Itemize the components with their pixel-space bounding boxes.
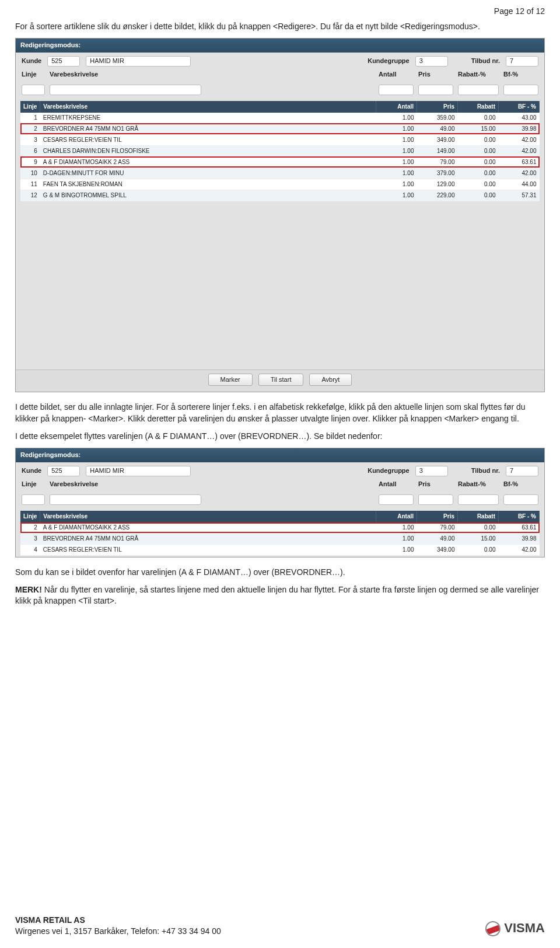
- paragraph-2: I dette bildet, ser du alle innlagte lin…: [15, 402, 545, 424]
- varebeskrivelse-label: Varebeskrivelse: [50, 70, 184, 79]
- page-header: Page 12 of 12: [0, 0, 560, 18]
- tilbudnr-label: Tilbud nr.: [471, 57, 500, 65]
- paragraph-5-text: Når du flytter en varelinje, så startes …: [15, 585, 539, 606]
- tilbudnr-label: Tilbud nr.: [471, 466, 500, 475]
- linje-label: Linje: [22, 480, 45, 489]
- bf-input[interactable]: [503, 85, 538, 95]
- kunde-id-field[interactable]: 525: [47, 466, 80, 476]
- th-pris: Pris: [417, 101, 458, 113]
- paragraph-3: I dette eksempelet flyttes varelinjen (A…: [15, 431, 545, 442]
- varebeskrivelse-input[interactable]: [50, 85, 201, 95]
- window-title: Redigeringsmodus:: [16, 448, 544, 462]
- th-antall: Antall: [376, 511, 417, 522]
- visma-logo: VISMA: [485, 919, 545, 937]
- empty-area: [16, 206, 544, 370]
- visma-brand-text: VISMA: [504, 919, 545, 937]
- th-linje: Linje: [20, 511, 40, 522]
- paragraph-1: For å sortere artiklene slik du ønsker i…: [15, 21, 545, 33]
- visma-logo-icon: [485, 921, 501, 936]
- th-vare: Varebeskrivelse: [40, 511, 376, 522]
- rabatt-input[interactable]: [458, 494, 499, 505]
- th-linje: Linje: [20, 101, 40, 113]
- th-pris: Pris: [417, 511, 458, 522]
- bf-label: Bf-%: [503, 70, 538, 79]
- page-footer: VISMA RETAIL AS Wirgenes vei 1, 3157 Bar…: [15, 915, 545, 937]
- kundegruppe-label: Kundegruppe: [368, 466, 410, 475]
- th-antall: Antall: [376, 101, 417, 113]
- varebeskrivelse-input[interactable]: [50, 494, 201, 505]
- avbryt-button[interactable]: Avbryt: [309, 374, 352, 386]
- linje-label: Linje: [22, 70, 45, 79]
- th-vare: Varebeskrivelse: [40, 101, 376, 113]
- rabatt-label: Rabatt-%: [458, 480, 499, 489]
- rabatt-label: Rabatt-%: [458, 70, 499, 79]
- tilstart-button[interactable]: Til start: [258, 374, 304, 386]
- kunde-label: Kunde: [22, 57, 41, 65]
- th-rabatt: Rabatt: [458, 101, 499, 113]
- kunde-id-field[interactable]: 525: [47, 56, 80, 67]
- table-row[interactable]: 3BREVORDNER A4 75MM NO1 GRÅ1.0049.0015.0…: [20, 533, 540, 544]
- table-row[interactable]: 2A & F DIAMANTMOSAIKK 2 ASS1.0079.000.00…: [20, 522, 540, 534]
- table-row[interactable]: 10D-DAGEN:MINUTT FOR MINU1.00379.000.004…: [20, 168, 540, 179]
- table-row[interactable]: 4CESARS REGLER:VEIEN TIL1.00349.000.0042…: [20, 544, 540, 555]
- antall-input[interactable]: [379, 494, 414, 505]
- screenshot-edit-mode-2: Redigeringsmodus: Kunde 525 HAMID MIR Ku…: [15, 448, 545, 557]
- line-table: Linje Varebeskrivelse Antall Pris Rabatt…: [20, 511, 540, 556]
- marker-button[interactable]: Marker: [208, 374, 253, 386]
- kunde-label: Kunde: [22, 466, 41, 475]
- table-row[interactable]: 11FAEN TA SKJEBNEN:ROMAN1.00129.000.0044…: [20, 179, 540, 190]
- kundegruppe-label: Kundegruppe: [368, 57, 410, 65]
- line-table: Linje Varebeskrivelse Antall Pris Rabatt…: [20, 101, 540, 201]
- th-bf: BF - %: [499, 101, 540, 113]
- antall-input[interactable]: [379, 85, 414, 95]
- table-row[interactable]: 1EREMITTKREPSENE1.00359.000.0043.00: [20, 113, 540, 124]
- pris-input[interactable]: [418, 494, 453, 505]
- kunde-name-field[interactable]: HAMID MIR: [86, 466, 191, 476]
- rabatt-input[interactable]: [458, 85, 499, 95]
- linje-input[interactable]: [22, 85, 45, 95]
- pris-label: Pris: [418, 70, 453, 79]
- antall-label: Antall: [379, 480, 414, 489]
- paragraph-5: MERK! Når du flytter en varelinje, så st…: [15, 584, 545, 607]
- pris-label: Pris: [418, 480, 453, 489]
- bf-label: Bf-%: [503, 480, 538, 489]
- linje-input[interactable]: [22, 494, 45, 505]
- footer-company: VISMA RETAIL AS: [15, 915, 221, 926]
- merk-label: MERK!: [15, 585, 42, 594]
- bf-input[interactable]: [503, 494, 538, 505]
- window-title: Redigeringsmodus:: [16, 39, 544, 52]
- table-row[interactable]: 3CESARS REGLER:VEIEN TIL1.00349.000.0042…: [20, 134, 540, 145]
- tilbudnr-field[interactable]: 7: [506, 56, 538, 67]
- screenshot-edit-mode-1: Redigeringsmodus: Kunde 525 HAMID MIR Ku…: [15, 38, 545, 392]
- th-bf: BF - %: [499, 511, 540, 522]
- kundegruppe-field[interactable]: 3: [415, 466, 448, 476]
- footer-address: Wirgenes vei 1, 3157 Barkåker, Telefon: …: [15, 926, 221, 937]
- table-row[interactable]: 12G & M BINGOTROMMEL SPILL1.00229.000.00…: [20, 190, 540, 201]
- table-row[interactable]: 2BREVORDNER A4 75MM NO1 GRÅ1.0049.0015.0…: [20, 123, 540, 134]
- pris-input[interactable]: [418, 85, 453, 95]
- th-rabatt: Rabatt: [458, 511, 499, 522]
- paragraph-4: Som du kan se i bildet ovenfor har varel…: [15, 567, 545, 578]
- antall-label: Antall: [379, 70, 414, 79]
- kundegruppe-field[interactable]: 3: [415, 56, 448, 67]
- varebeskrivelse-label: Varebeskrivelse: [50, 480, 184, 489]
- tilbudnr-field[interactable]: 7: [506, 466, 538, 476]
- table-row[interactable]: 9A & F DIAMANTMOSAIKK 2 ASS1.0079.000.00…: [20, 156, 540, 168]
- kunde-name-field[interactable]: HAMID MIR: [86, 56, 191, 67]
- table-row[interactable]: 6CHARLES DARWIN:DEN FILOSOFISKE1.00149.0…: [20, 145, 540, 156]
